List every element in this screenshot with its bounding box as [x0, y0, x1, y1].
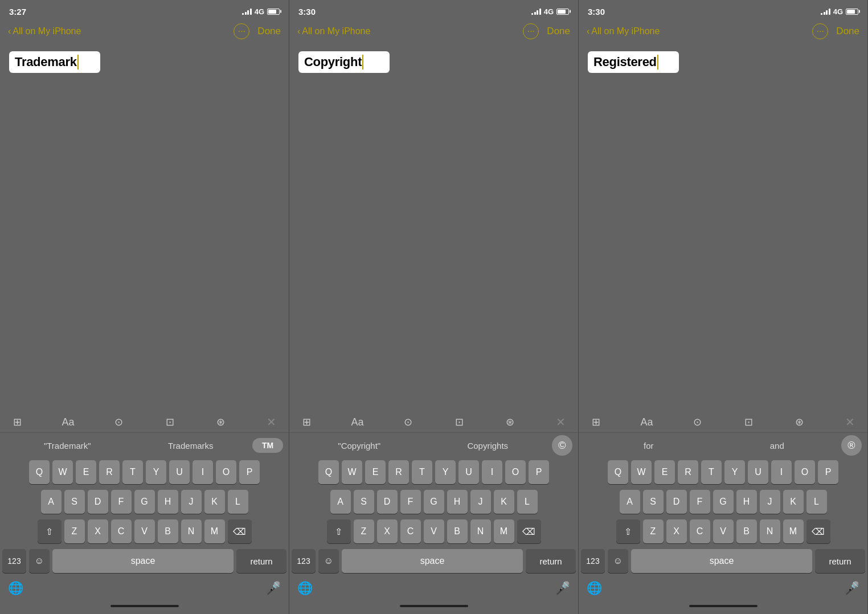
key-g-2[interactable]: G [424, 490, 444, 514]
key-q-3[interactable]: Q [608, 460, 628, 484]
key-h-3[interactable]: H [736, 490, 757, 514]
key-e-1[interactable]: E [76, 460, 96, 484]
key-backspace-2[interactable]: ⌫ [517, 519, 541, 543]
text-field-1[interactable]: Trademark [9, 51, 100, 73]
key-u-2[interactable]: U [458, 460, 479, 484]
key-w-1[interactable]: W [52, 460, 73, 484]
key-k-1[interactable]: K [204, 490, 225, 514]
key-b-1[interactable]: B [158, 519, 178, 543]
back-button-3[interactable]: ‹ All on My iPhone [587, 26, 660, 36]
done-button-2[interactable]: Done [547, 26, 570, 37]
key-l-3[interactable]: L [806, 490, 827, 514]
close-icon-1[interactable]: ✕ [263, 415, 281, 429]
key-t-2[interactable]: T [412, 460, 432, 484]
key-u-3[interactable]: U [748, 460, 768, 484]
text-icon-3[interactable]: Aa [637, 416, 656, 428]
key-q-2[interactable]: Q [318, 460, 339, 484]
key-r-3[interactable]: R [678, 460, 698, 484]
key-m-2[interactable]: M [494, 519, 514, 543]
key-r-1[interactable]: R [99, 460, 120, 484]
key-c-1[interactable]: C [111, 519, 132, 543]
mic-icon-3[interactable]: 🎤 [844, 581, 859, 596]
key-v-3[interactable]: V [713, 519, 734, 543]
key-f-2[interactable]: F [400, 490, 421, 514]
key-return-2[interactable]: return [526, 549, 576, 573]
key-numbers-3[interactable]: 123 [581, 549, 605, 573]
key-backspace-3[interactable]: ⌫ [806, 519, 830, 543]
suggestion-quoted-2[interactable]: "Copyright" [295, 441, 424, 451]
key-h-1[interactable]: H [158, 490, 178, 514]
key-emoji-1[interactable]: ☺ [29, 549, 50, 573]
key-x-3[interactable]: X [666, 519, 687, 543]
key-c-2[interactable]: C [400, 519, 421, 543]
key-numbers-1[interactable]: 123 [2, 549, 26, 573]
text-icon-2[interactable]: Aa [348, 416, 366, 428]
key-k-2[interactable]: K [494, 490, 514, 514]
key-shift-2[interactable]: ⇧ [327, 519, 351, 543]
key-space-1[interactable]: space [52, 549, 234, 573]
key-i-1[interactable]: I [193, 460, 213, 484]
key-l-1[interactable]: L [228, 490, 248, 514]
text-icon-1[interactable]: Aa [59, 416, 77, 428]
key-d-3[interactable]: D [666, 490, 687, 514]
back-button-1[interactable]: ‹ All on My iPhone [8, 26, 81, 36]
key-a-1[interactable]: A [41, 490, 62, 514]
key-emoji-2[interactable]: ☺ [318, 549, 339, 573]
key-r-2[interactable]: R [388, 460, 409, 484]
key-return-1[interactable]: return [236, 549, 286, 573]
close-icon-3[interactable]: ✕ [841, 415, 859, 429]
key-h-2[interactable]: H [447, 490, 468, 514]
key-k-3[interactable]: K [783, 490, 804, 514]
back-label-1[interactable]: All on My iPhone [13, 26, 81, 36]
done-button-3[interactable]: Done [836, 26, 859, 37]
key-a-2[interactable]: A [330, 490, 351, 514]
pencil-icon-2[interactable]: ⊛ [501, 416, 519, 428]
suggestion-for-3[interactable]: for [584, 441, 713, 451]
globe-icon-1[interactable]: 🌐 [8, 581, 23, 596]
grid-icon-2[interactable]: ⊞ [297, 416, 316, 428]
back-label-2[interactable]: All on My iPhone [302, 26, 370, 36]
key-y-3[interactable]: Y [724, 460, 745, 484]
back-button-2[interactable]: ‹ All on My iPhone [297, 26, 370, 36]
key-d-2[interactable]: D [377, 490, 398, 514]
globe-icon-2[interactable]: 🌐 [297, 581, 313, 596]
key-m-1[interactable]: M [204, 519, 225, 543]
key-z-1[interactable]: Z [64, 519, 85, 543]
key-y-1[interactable]: Y [146, 460, 166, 484]
key-shift-1[interactable]: ⇧ [38, 519, 62, 543]
key-t-1[interactable]: T [122, 460, 143, 484]
suggestion-plain-2[interactable]: Copyrights [424, 441, 552, 451]
key-b-2[interactable]: B [447, 519, 468, 543]
key-z-3[interactable]: Z [643, 519, 664, 543]
key-e-2[interactable]: E [365, 460, 386, 484]
key-numbers-2[interactable]: 123 [292, 549, 316, 573]
key-o-1[interactable]: O [216, 460, 236, 484]
key-g-1[interactable]: G [134, 490, 155, 514]
key-i-2[interactable]: I [482, 460, 502, 484]
done-button-1[interactable]: Done [257, 26, 281, 37]
key-m-3[interactable]: M [783, 519, 804, 543]
key-j-3[interactable]: J [760, 490, 780, 514]
more-button-1[interactable]: ··· [234, 23, 249, 39]
key-space-3[interactable]: space [631, 549, 812, 573]
note-content-1[interactable]: Trademark [0, 44, 289, 407]
key-t-3[interactable]: T [701, 460, 722, 484]
key-b-3[interactable]: B [736, 519, 757, 543]
key-s-2[interactable]: S [354, 490, 374, 514]
suggestion-and-3[interactable]: and [713, 441, 842, 451]
key-q-1[interactable]: Q [29, 460, 50, 484]
key-i-3[interactable]: I [771, 460, 792, 484]
key-j-2[interactable]: J [470, 490, 491, 514]
check-icon-2[interactable]: ⊙ [399, 416, 417, 428]
key-l-2[interactable]: L [517, 490, 538, 514]
key-w-3[interactable]: W [631, 460, 652, 484]
key-v-2[interactable]: V [424, 519, 444, 543]
text-field-3[interactable]: Registered [588, 51, 679, 73]
back-label-3[interactable]: All on My iPhone [591, 26, 660, 36]
grid-icon-1[interactable]: ⊞ [8, 416, 26, 428]
key-d-1[interactable]: D [88, 490, 108, 514]
key-w-2[interactable]: W [342, 460, 362, 484]
pencil-icon-1[interactable]: ⊛ [212, 416, 230, 428]
mic-icon-2[interactable]: 🎤 [555, 581, 570, 596]
key-x-2[interactable]: X [377, 519, 398, 543]
